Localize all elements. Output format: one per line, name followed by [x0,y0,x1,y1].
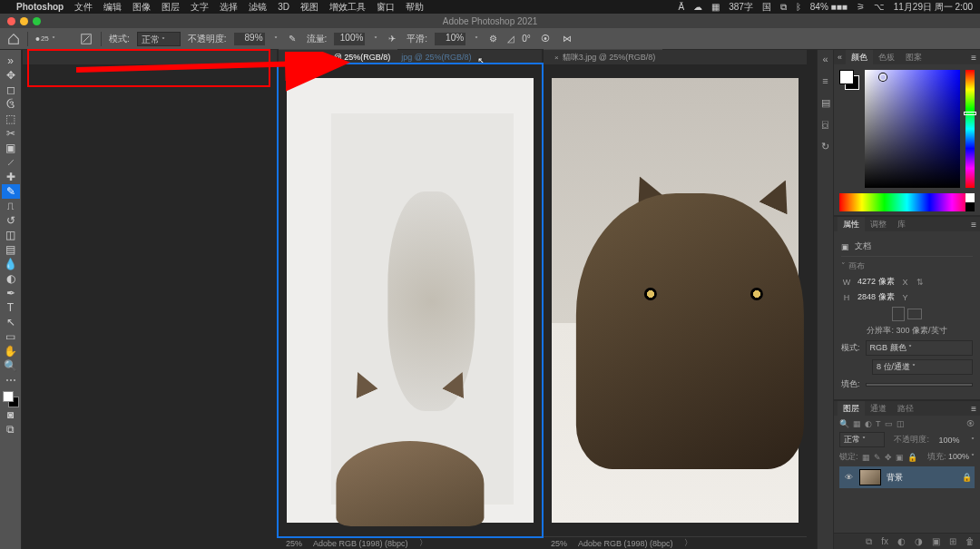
expand-toolbar-icon[interactable]: » [2,54,20,68]
tab-paths[interactable]: 路径 [892,401,919,417]
lock-artboard-icon[interactable]: ▣ [896,453,904,462]
menu-type[interactable]: 文字 [191,1,209,14]
dock-panel-icon[interactable]: ≡ [819,75,832,88]
tab-adjustments[interactable]: 调整 [865,217,892,232]
blend-mode-select[interactable]: 正常 [137,32,181,46]
history-brush-tool[interactable]: ↺ [2,213,20,228]
eyedropper-tool[interactable]: ⟋ [2,155,20,170]
brush-tool[interactable]: ✎ [2,184,20,199]
gradient-tool[interactable]: ▤ [2,242,20,257]
zoom-level[interactable]: 25% [551,539,567,548]
canvas-2[interactable] [279,64,542,536]
tab-swatches[interactable]: 色板 [873,50,900,65]
panel-menu-icon[interactable]: ≡ [971,220,976,230]
document-pane-2[interactable]: × 貓咪2.jpg @ 25%(RGB/8) jpg @ 25%(RGB/8) … [279,50,542,549]
window-zoom[interactable] [33,17,41,25]
fill-color-select[interactable] [866,383,973,387]
flag-icon[interactable]: 国 [762,1,771,14]
angle-value[interactable]: 0° [522,34,531,44]
move-tool[interactable]: ✥ [2,68,20,83]
app-menu[interactable]: Photoshop [16,2,64,12]
document-pane-3[interactable]: × 貓咪3.jpg @ 25%(RGB/8) 25% Adobe [544,50,807,549]
airbrush-icon[interactable]: ✈ [385,32,399,46]
zoom-tool[interactable]: 🔍 [2,358,20,373]
rectangle-tool[interactable]: ▭ [2,329,20,344]
tab-properties[interactable]: 属性 [838,217,865,232]
control-center-icon[interactable]: ⌥ [874,2,885,12]
home-button[interactable] [7,33,20,45]
opacity-input[interactable]: 89% [234,33,265,45]
cloud-icon[interactable]: ☁ [693,2,702,12]
pen-tool[interactable]: ✒ [2,286,20,300]
lock-all-icon[interactable]: 🔒 [907,453,917,462]
dock-expand-icon[interactable]: « [819,54,832,66]
quick-mask-icon[interactable]: ◙ [2,407,20,422]
layer-fill[interactable]: 100% [948,452,969,461]
menu-view[interactable]: 视图 [300,1,318,14]
lock-pixels-icon[interactable]: ✎ [874,453,881,462]
clock[interactable]: 11月29日 周一 2:00 [894,1,973,14]
tab-libraries[interactable]: 库 [892,217,911,232]
color-profile[interactable]: Adobe RGB (1998) (8bpc) [313,539,408,548]
lasso-tool[interactable]: ઉ [2,97,20,112]
frame-tool[interactable]: ▣ [2,141,20,155]
menu-layer[interactable]: 图层 [162,1,180,14]
filter-type-icon[interactable]: T [876,419,881,428]
canvas-height[interactable]: 2848 像素 [858,291,895,303]
tab-channels[interactable]: 通道 [865,401,892,417]
resolution-value[interactable]: 分辨率: 300 像素/英寸 [841,325,973,337]
battery-status[interactable]: 84% ■■■ [810,2,848,12]
tab-layers[interactable]: 图层 [838,401,865,417]
dock-panel-icon[interactable]: ▤ [819,97,832,110]
zoom-level[interactable]: 25% [286,539,302,548]
hue-slider[interactable] [965,70,975,188]
healing-brush-tool[interactable]: ✚ [2,170,20,184]
object-selection-tool[interactable]: ⬚ [2,112,20,126]
color-mode-select[interactable]: RGB 颜色 [866,340,973,356]
screen-mode-icon[interactable]: ⧉ [2,422,20,436]
hand-tool[interactable]: ✋ [2,344,20,358]
layer-lock-icon[interactable]: 🔒 [962,473,971,482]
flow-input[interactable]: 100% [334,33,365,45]
layer-group-icon[interactable]: ▣ [932,536,940,546]
smoothing-input[interactable]: 10% [435,33,466,45]
pressure-size-icon[interactable]: ⦿ [538,32,553,46]
smoothing-options-icon[interactable]: ⚙ [485,32,500,46]
path-selection-tool[interactable]: ↖ [2,315,20,329]
layer-blend-select[interactable]: 正常 [839,432,885,447]
menu-file[interactable]: 文件 [74,1,93,14]
menu-plugins[interactable]: 增效工具 [329,1,366,14]
dock-panel-icon[interactable]: ↻ [819,141,832,153]
layer-row[interactable]: 👁 背景 🔒 [839,466,975,488]
menu-window[interactable]: 窗口 [377,1,395,14]
tab-close-icon[interactable]: × [554,54,559,62]
color-field[interactable] [865,70,960,188]
filter-adjust-icon[interactable]: ◐ [865,419,872,428]
bit-depth-select[interactable]: 8 位/通道 [872,359,973,375]
layer-thumbnail[interactable] [859,469,881,485]
orientation-portrait-icon[interactable] [892,307,905,321]
filter-smart-icon[interactable]: ◫ [897,419,905,428]
canvas-1[interactable] [23,64,277,549]
document-tab-2[interactable]: × 貓咪2.jpg @ 25%(RGB/8) [279,49,397,65]
symmetry-icon[interactable]: ⋈ [560,32,574,46]
layer-fx-icon[interactable]: fx [881,536,888,546]
edit-toolbar[interactable]: ⋯ [2,373,20,387]
dodge-tool[interactable]: ◐ [2,271,20,286]
filter-toggle[interactable]: ⦿ [966,419,975,428]
window-close[interactable] [7,17,15,25]
crop-tool[interactable]: ✂ [2,126,20,141]
screen-icon[interactable]: ⧉ [780,2,787,13]
filter-pixel-icon[interactable]: ▦ [853,419,861,428]
panel-menu-icon[interactable]: ≡ [971,404,976,414]
canvas-width[interactable]: 4272 像素 [858,276,895,288]
tab-color[interactable]: 颜色 [846,50,873,65]
tab-patterns[interactable]: 图案 [900,50,927,65]
lock-position-icon[interactable]: ✥ [885,453,892,462]
spectrum-bar[interactable] [839,193,975,211]
layer-filter-icon[interactable]: 🔍 [839,419,849,428]
wifi-icon[interactable]: ⚞ [857,2,865,12]
panel-menu-icon[interactable]: ≡ [971,53,976,63]
document-pane-1[interactable] [23,50,277,549]
bluetooth-icon[interactable]: ᛒ [796,2,801,12]
